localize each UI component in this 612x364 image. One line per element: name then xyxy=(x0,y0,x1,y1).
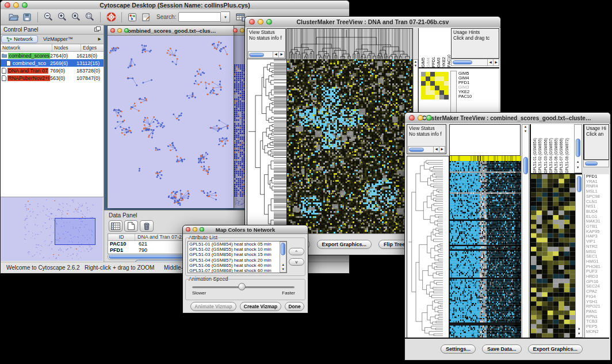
help-lifesaver-icon[interactable] xyxy=(104,10,118,24)
search-dropdown-button[interactable]: ▼ xyxy=(221,12,230,22)
network-row-rnapuber[interactable]: RNAPuberNov2+I 563(0) 107847(0) xyxy=(1,74,104,82)
column-label[interactable]: PFD1 xyxy=(431,57,436,67)
footer-button[interactable]: Export Graphics... xyxy=(528,344,583,354)
usage-hints-hscrollbar-tv2[interactable] xyxy=(583,160,609,167)
footer-button[interactable]: Export Graphics... xyxy=(317,240,372,249)
tab-overflow-arrow[interactable]: ▶ xyxy=(98,35,104,44)
attribute-list-item[interactable]: GPL51-07 (GSM868) heat shock 60 min xyxy=(188,268,286,273)
zoom-out-icon[interactable] xyxy=(41,10,55,24)
vizmapper-icon[interactable] xyxy=(125,10,139,24)
heatmap-tv1[interactable] xyxy=(286,59,413,235)
scroll-down-icon[interactable]: ▼ xyxy=(522,129,529,134)
scroll-left-icon[interactable]: ◀ xyxy=(488,59,493,66)
zoom-heatmap-tv2[interactable] xyxy=(530,174,575,338)
float-panel-icon[interactable] xyxy=(94,26,101,33)
row-label[interactable]: PAC10 xyxy=(458,94,472,99)
close-button[interactable] xyxy=(249,19,255,25)
move-up-button[interactable]: ^ xyxy=(289,248,304,255)
animation-speed-slider-thumb[interactable] xyxy=(238,283,246,290)
network-row-combined-scores[interactable]: combined_scores 2764(0) 16218(0) xyxy=(1,52,104,59)
close-button[interactable] xyxy=(110,28,115,33)
minimize-button[interactable] xyxy=(258,19,263,25)
scroll-down-icon[interactable]: ▼ xyxy=(414,64,418,68)
zoom-selected-icon[interactable] xyxy=(83,10,97,24)
network-view-canvas[interactable] xyxy=(108,36,234,208)
gene-list-vscrollbar[interactable]: ▲ ▼ xyxy=(575,174,583,338)
attribute-list-item[interactable]: GPL51-03 (GSM856) heat shock 15 min xyxy=(188,252,286,257)
minimize-button[interactable] xyxy=(117,28,122,33)
scroll-left-icon[interactable]: ◀ xyxy=(273,52,278,58)
column-label[interactable]: GPL51-03 (GSM856) xyxy=(543,138,548,173)
column-label[interactable]: GIM3 xyxy=(436,58,441,67)
scroll-up-icon[interactable]: ▲ xyxy=(414,60,418,64)
scroll-up-icon[interactable]: ▲ xyxy=(576,160,579,164)
save-session-icon[interactable] xyxy=(20,10,34,24)
minimize-button[interactable] xyxy=(193,227,197,232)
footer-button[interactable]: Save Data... xyxy=(482,344,522,354)
scroll-up-icon[interactable]: ▲ xyxy=(577,327,580,331)
view-status-hscrollbar[interactable]: ◀ ▶ xyxy=(248,51,285,58)
attribute-select-button[interactable] xyxy=(109,220,123,232)
scroll-right-icon[interactable]: ▶ xyxy=(493,59,499,66)
column-dendrogram-tv1[interactable] xyxy=(286,28,413,60)
column-label[interactable]: GPL51-02 (GSM855) xyxy=(537,138,542,173)
network-row-dna-tran[interactable]: DNA and Tran 07 769(0) 183728(0) xyxy=(1,67,104,74)
row-dendrogram-tv2[interactable] xyxy=(407,156,449,340)
column-labels-vscrollbar[interactable]: ▲ ▼ xyxy=(574,124,582,173)
close-button[interactable] xyxy=(409,115,415,121)
attribute-list-item[interactable]: GPL51-01 (GSM854) heat shock 05 min xyxy=(188,242,286,247)
create-attribute-button[interactable] xyxy=(124,220,138,232)
close-button[interactable] xyxy=(5,2,10,8)
open-session-icon[interactable] xyxy=(6,10,20,24)
column-header-nodes[interactable]: Nodes xyxy=(52,44,81,51)
scroll-right-icon[interactable]: ▶ xyxy=(439,147,445,152)
minimize-button[interactable] xyxy=(240,28,244,33)
move-down-button[interactable]: v xyxy=(289,258,304,266)
usage-hints-hscrollbar-tv1[interactable]: ◀ ▶ xyxy=(451,59,499,66)
zoom-window-button[interactable] xyxy=(200,227,204,232)
zoom-window-button[interactable] xyxy=(266,19,272,25)
attribute-list-vscrollbar[interactable]: ▲ ▼ xyxy=(280,242,286,273)
column-dendrogram-tv2[interactable] xyxy=(449,124,521,156)
column-header-edges[interactable]: Edges xyxy=(81,44,104,51)
row-dendrogram-tv1[interactable] xyxy=(247,59,287,235)
footer-button[interactable]: Settings... xyxy=(441,344,476,354)
heatmap-tv2[interactable] xyxy=(449,156,521,339)
zoom-matrix-tv1[interactable] xyxy=(421,72,449,99)
attribute-list-item[interactable]: GPL51-04 (GSM857) heat shock 20 min xyxy=(188,258,286,263)
create-vizmap-button[interactable]: Create Vizmap xyxy=(240,302,281,311)
close-button[interactable] xyxy=(233,28,238,33)
heatmap-vscrollbar-tv2[interactable]: ▲ ▼ xyxy=(522,124,529,339)
scroll-up-icon[interactable]: ▲ xyxy=(282,263,285,267)
column-label[interactable]: GIM4 xyxy=(426,58,431,67)
attribute-list-item[interactable]: GPL51-02 (GSM855) heat shock 10 min xyxy=(188,247,286,252)
column-header-network[interactable]: Network xyxy=(1,44,52,51)
tab-vizmapper[interactable]: VizMapper™ xyxy=(39,35,78,44)
column-label[interactable]: GIM5 xyxy=(420,58,426,67)
search-input[interactable] xyxy=(178,12,221,22)
tab-network[interactable]: Network xyxy=(1,35,38,43)
minimize-button[interactable] xyxy=(13,2,19,8)
delete-attribute-button[interactable] xyxy=(140,220,154,232)
dialog-titlebar[interactable]: Map Colors to Network xyxy=(183,225,308,234)
close-button[interactable] xyxy=(186,227,190,232)
scroll-down-icon[interactable]: ▼ xyxy=(282,268,285,271)
treeview1-titlebar[interactable]: ClusterMaker TreeView : DNA and Tran 07-… xyxy=(245,17,500,28)
network-row-combined-scores-child[interactable]: combined_sco 2569(6) 13112(15) xyxy=(1,59,104,67)
zoom-window-button[interactable] xyxy=(426,115,432,121)
annotation-icon[interactable] xyxy=(139,10,153,24)
animate-vizmap-button[interactable]: Animate Vizmap xyxy=(190,302,236,311)
zoom-window-button[interactable] xyxy=(22,2,28,8)
zoom-in-icon[interactable] xyxy=(55,10,69,24)
column-label[interactable]: YKE2 xyxy=(441,57,446,67)
scroll-down-icon[interactable]: ▼ xyxy=(577,332,580,336)
data-column-id[interactable]: ID xyxy=(108,234,135,240)
treeview2-titlebar[interactable]: ClusterMaker TreeView : combined_scores_… xyxy=(405,113,610,124)
scroll-right-icon[interactable]: ▶ xyxy=(278,52,284,58)
scroll-down-icon[interactable]: ▼ xyxy=(576,166,579,170)
column-label[interactable]: GPL51-01 (GSM854) xyxy=(532,138,537,173)
minimize-button[interactable] xyxy=(418,115,423,121)
column-label[interactable]: GPL51-08 (GSM872) xyxy=(564,138,569,173)
column-label[interactable]: GPL51-07 (GSM868) xyxy=(559,138,564,173)
network-overview-panel[interactable] xyxy=(1,197,104,262)
